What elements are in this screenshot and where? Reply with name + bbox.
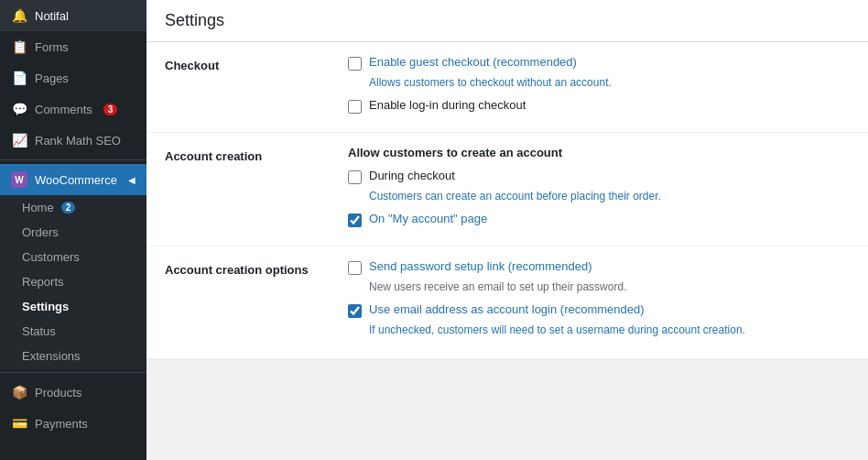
- account-options-label: Account creation options: [146, 246, 330, 359]
- settings-table: Checkout Enable guest checkout (recommen…: [146, 42, 868, 359]
- sidebar-label-comments: Comments: [35, 103, 92, 116]
- account-options-fields: Send password setup link (recommended) N…: [330, 246, 868, 359]
- my-account-checkbox[interactable]: [348, 214, 362, 227]
- login-checkout-label[interactable]: Enable log-in during checkout: [369, 98, 526, 112]
- woocommerce-icon: W: [11, 171, 27, 188]
- send-password-desc: New users receive an email to set up the…: [348, 280, 850, 293]
- woocommerce-submenu: Home 2 Orders Customers Reports Settings…: [0, 195, 146, 368]
- sidebar-item-payments[interactable]: 💳 Payments: [0, 408, 146, 439]
- account-options-section: Account creation options Send password s…: [146, 246, 868, 359]
- email-login-checkbox[interactable]: [348, 304, 362, 318]
- payments-icon: 💳: [11, 415, 27, 432]
- sidebar-item-notifal[interactable]: 🔔 Notifal: [0, 0, 146, 31]
- checkout-fields: Enable guest checkout (recommended) Allo…: [330, 42, 868, 133]
- sidebar-item-status[interactable]: Status: [0, 319, 146, 344]
- products-icon: 📦: [11, 384, 27, 400]
- sidebar-label-woocommerce: WooCommerce: [35, 173, 117, 187]
- sidebar-item-extensions[interactable]: Extensions: [0, 344, 146, 368]
- comments-icon: 💬: [11, 101, 27, 117]
- sidebar-item-customers[interactable]: Customers: [0, 245, 146, 269]
- my-account-label[interactable]: On "My account" page: [369, 212, 487, 225]
- reports-label: Reports: [22, 275, 64, 289]
- sidebar-label-rankmath: Rank Math SEO: [35, 134, 121, 148]
- sidebar-item-reports[interactable]: Reports: [0, 269, 146, 294]
- during-checkout-label[interactable]: During checkout: [369, 169, 455, 182]
- sidebar-item-forms[interactable]: 📋 Forms: [0, 31, 146, 62]
- sidebar-item-settings[interactable]: Settings: [0, 294, 146, 319]
- sidebar-divider: [0, 159, 146, 160]
- sidebar-item-woocommerce[interactable]: W WooCommerce ◀: [0, 164, 146, 195]
- main-content: Settings Checkout Enable guest checkout …: [146, 0, 868, 460]
- email-login-row: Use email address as account login (reco…: [348, 302, 850, 318]
- extensions-label: Extensions: [22, 349, 81, 363]
- during-checkout-checkbox[interactable]: [348, 170, 362, 184]
- sidebar-item-orders[interactable]: Orders: [0, 220, 146, 245]
- during-checkout-desc: Customers can create an account before p…: [348, 190, 850, 203]
- sidebar-label-products: Products: [35, 386, 81, 400]
- send-password-checkbox[interactable]: [348, 261, 362, 275]
- login-checkout-row: Enable log-in during checkout: [348, 98, 850, 114]
- account-creation-heading: Allow customers to create an account: [348, 146, 850, 159]
- rankmath-icon: 📈: [11, 132, 27, 148]
- send-password-row: Send password setup link (recommended): [348, 259, 850, 275]
- guest-checkout-row: Enable guest checkout (recommended): [348, 55, 850, 71]
- checkout-label: Checkout: [146, 42, 330, 133]
- email-login-label[interactable]: Use email address as account login (reco…: [369, 302, 645, 316]
- during-checkout-row: During checkout: [348, 169, 850, 184]
- login-checkout-checkbox[interactable]: [348, 100, 362, 114]
- sidebar-label-payments: Payments: [35, 417, 88, 431]
- woo-chevron-icon: ◀: [128, 175, 136, 185]
- notifal-icon: 🔔: [11, 7, 27, 24]
- guest-checkout-checkbox[interactable]: [348, 57, 362, 71]
- guest-checkout-label[interactable]: Enable guest checkout (recommended): [369, 55, 577, 69]
- home-label: Home: [22, 201, 54, 214]
- account-creation-section: Account creation Allow customers to crea…: [146, 133, 868, 246]
- pages-icon: 📄: [11, 70, 27, 86]
- sidebar-item-comments[interactable]: 💬 Comments 3: [0, 93, 146, 125]
- home-badge: 2: [61, 202, 76, 214]
- sidebar-divider-2: [0, 372, 146, 373]
- sidebar-item-home[interactable]: Home 2: [0, 195, 146, 220]
- sidebar-label-forms: Forms: [35, 40, 69, 54]
- sidebar-label-pages: Pages: [35, 71, 69, 85]
- email-login-desc: If unchecked, customers will need to set…: [348, 323, 850, 336]
- settings-content: Checkout Enable guest checkout (recommen…: [146, 42, 868, 359]
- settings-label: Settings: [22, 300, 69, 313]
- guest-checkout-desc: Allows customers to checkout without an …: [348, 76, 850, 89]
- customers-label: Customers: [22, 250, 80, 264]
- orders-label: Orders: [22, 225, 59, 239]
- sidebar: 🔔 Notifal 📋 Forms 📄 Pages 💬 Comments 3 📈…: [0, 0, 146, 460]
- sidebar-item-products[interactable]: 📦 Products: [0, 377, 146, 408]
- forms-icon: 📋: [11, 38, 27, 55]
- sidebar-item-pages[interactable]: 📄 Pages: [0, 62, 146, 93]
- status-label: Status: [22, 324, 56, 338]
- checkout-section: Checkout Enable guest checkout (recommen…: [146, 42, 868, 133]
- sidebar-item-rankmath[interactable]: 📈 Rank Math SEO: [0, 125, 146, 156]
- account-creation-label: Account creation: [146, 133, 330, 246]
- comments-badge: 3: [103, 104, 118, 115]
- my-account-row: On "My account" page: [348, 212, 850, 227]
- send-password-label[interactable]: Send password setup link (recommended): [369, 259, 592, 273]
- page-title: Settings: [146, 0, 868, 42]
- sidebar-label-notifal: Notifal: [35, 9, 69, 23]
- account-creation-fields: Allow customers to create an account Dur…: [330, 133, 868, 246]
